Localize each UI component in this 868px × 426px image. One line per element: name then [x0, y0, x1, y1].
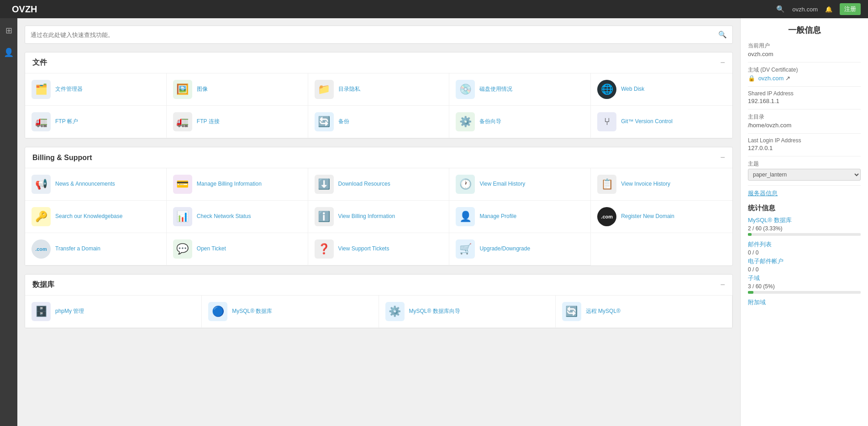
item-label: Register New Domain	[621, 213, 674, 220]
list-item[interactable]: .comTransfer a Domain	[25, 233, 167, 265]
list-item[interactable]: 🔑Search our Knowledgebase	[25, 201, 167, 233]
item-icon: 💳	[173, 175, 192, 194]
item-label: Manage Profile	[479, 213, 516, 220]
last-login-row: Last Login IP Address 127.0.0.1	[748, 137, 861, 151]
item-label: View Email History	[479, 181, 525, 188]
main-wrapper: 🔍 文件−🗂️文件管理器🖼️图像📁目录隐私💿磁盘使用情况🌐Web Disk🚛FT…	[17, 18, 868, 426]
item-label: 远程 MySQL®	[586, 308, 621, 315]
logo: OVZH	[7, 2, 42, 16]
item-icon: ⚙️	[456, 112, 475, 131]
list-item[interactable]: ⑂Git™ Version Control	[591, 106, 732, 138]
list-item[interactable]: 🚛FTP 连接	[167, 106, 308, 138]
stat-label[interactable]: 电子邮件帐户	[748, 257, 861, 265]
host-domain[interactable]: ovzh.com	[758, 75, 784, 82]
signup-button[interactable]: 注册	[840, 3, 861, 15]
section-collapse-billing[interactable]: −	[720, 153, 725, 162]
list-item[interactable]: 🖼️图像	[167, 73, 308, 106]
list-item[interactable]: 🌐Web Disk	[591, 73, 732, 106]
section-collapse-files[interactable]: −	[720, 58, 725, 68]
list-item[interactable]: 📊Check Network Status	[167, 201, 308, 233]
item-label: Web Disk	[621, 86, 644, 93]
list-item[interactable]: ℹ️View Billing Information	[308, 201, 450, 233]
item-icon: 👤	[456, 207, 475, 226]
item-label: View Billing Information	[338, 213, 395, 220]
list-item[interactable]: 👤Manage Profile	[449, 201, 591, 233]
item-label: Open Ticket	[197, 245, 226, 253]
item-icon: 🗂️	[32, 80, 51, 99]
stat-value: 3 / 60 (5%)	[748, 283, 861, 290]
list-item[interactable]: 🗂️文件管理器	[25, 73, 167, 106]
list-item[interactable]: 💿磁盘使用情况	[449, 73, 591, 106]
list-item[interactable]: 📁目录隐私	[308, 73, 450, 106]
topnav: OVZH 🔍 ovzh.com 🔔 注册	[0, 0, 868, 18]
item-label: Git™ Version Control	[621, 118, 673, 125]
stat-row: 附加域	[748, 298, 861, 307]
list-item[interactable]: 🔄备份	[308, 106, 450, 138]
right-panel: 一般信息 当前用户 ovzh.com 主域 (DV Certificate) 🔒…	[740, 18, 868, 426]
stat-label[interactable]: 邮件列表	[748, 240, 861, 249]
stat-bar-fill	[748, 291, 753, 294]
icon-grid-files: 🗂️文件管理器🖼️图像📁目录隐私💿磁盘使用情况🌐Web Disk🚛FTP 帐户🚛…	[25, 73, 732, 138]
item-icon: ❓	[315, 239, 334, 259]
item-label: 备份	[338, 118, 349, 125]
topnav-bell[interactable]: 🔔	[825, 6, 832, 13]
server-info-row[interactable]: 服务器信息	[748, 189, 861, 197]
item-icon: 🚛	[32, 112, 51, 131]
list-item[interactable]: 🗄️phpMy 管理	[25, 296, 202, 328]
search-input[interactable]	[31, 31, 718, 38]
shared-ip-value: 192.168.1.1	[748, 98, 861, 104]
section-title-database: 数据库	[32, 280, 54, 290]
item-icon: ⬇️	[315, 175, 334, 194]
external-link-icon[interactable]: ↗	[785, 75, 790, 82]
list-item[interactable]: 🔵MySQL® 数据库	[202, 296, 379, 328]
list-item[interactable]: .comRegister New Domain	[591, 201, 732, 233]
item-icon: ⚙️	[385, 302, 405, 321]
item-icon: 🛒	[456, 239, 475, 259]
item-icon: 🚛	[173, 112, 192, 131]
stat-label[interactable]: MySQL® 数据库	[748, 216, 861, 224]
home-dir-row: 主目录 /home/ovzh.com	[748, 113, 861, 129]
section-files: 文件−🗂️文件管理器🖼️图像📁目录隐私💿磁盘使用情况🌐Web Disk🚛FTP …	[25, 52, 733, 139]
topnav-user[interactable]: ovzh.com	[792, 6, 818, 13]
item-label: Check Network Status	[197, 213, 251, 220]
item-label: FTP 帐户	[55, 118, 78, 125]
server-info-link[interactable]: 服务器信息	[748, 190, 778, 197]
item-label: 磁盘使用情况	[479, 86, 512, 93]
item-icon: 🔄	[562, 302, 581, 321]
section-header-database: 数据库−	[25, 275, 732, 296]
item-label: Search our Knowledgebase	[55, 213, 122, 220]
list-item[interactable]: ⬇️Download Resources	[308, 168, 450, 201]
stat-label[interactable]: 子域	[748, 274, 861, 282]
icon-grid-database: 🗄️phpMy 管理🔵MySQL® 数据库⚙️MySQL® 数据库向导🔄远程 M…	[25, 296, 732, 328]
theme-row: 主题 paper_lantern	[748, 160, 861, 181]
list-item[interactable]: ❓View Support Tickets	[308, 233, 450, 265]
list-item[interactable]: 🕐View Email History	[449, 168, 591, 201]
last-login-label: Last Login IP Address	[748, 137, 861, 144]
item-icon: ⑂	[597, 112, 616, 131]
dv-cert-link[interactable]: DV Certificate	[762, 67, 796, 73]
list-item[interactable]: 🚛FTP 帐户	[25, 106, 167, 138]
stat-row: 子域3 / 60 (5%)	[748, 274, 861, 294]
list-item[interactable]: 🛒Upgrade/Downgrade	[449, 233, 591, 265]
list-item[interactable]: 🔄远程 MySQL®	[556, 296, 732, 328]
search-submit-icon[interactable]: 🔍	[718, 31, 727, 39]
item-label: View Invoice History	[621, 181, 670, 188]
stat-label[interactable]: 附加域	[748, 298, 861, 307]
section-title-billing: Billing & Support	[32, 154, 92, 162]
section-database: 数据库−🗄️phpMy 管理🔵MySQL® 数据库⚙️MySQL® 数据库向导🔄…	[25, 274, 733, 328]
host-row: 主域 (DV Certificate) 🔒 ovzh.com ↗	[748, 66, 861, 82]
list-item[interactable]: 📋View Invoice History	[591, 168, 732, 201]
search-icon[interactable]: 🔍	[776, 5, 785, 13]
list-item[interactable]: 💳Manage Billing Information	[167, 168, 308, 201]
list-item[interactable]: 📢News & Announcements	[25, 168, 167, 201]
list-item[interactable]: ⚙️MySQL® 数据库向导	[379, 296, 556, 328]
user-icon[interactable]: 👤	[1, 45, 16, 60]
section-title-files: 文件	[32, 58, 47, 68]
theme-select[interactable]: paper_lantern	[748, 169, 861, 181]
last-login-value: 127.0.0.1	[748, 145, 861, 151]
item-icon: 💿	[456, 80, 475, 99]
list-item[interactable]: 💬Open Ticket	[167, 233, 308, 265]
list-item[interactable]: ⚙️备份向导	[449, 106, 591, 138]
section-collapse-database[interactable]: −	[720, 280, 725, 290]
grid-icon[interactable]: ⊞	[3, 23, 15, 38]
